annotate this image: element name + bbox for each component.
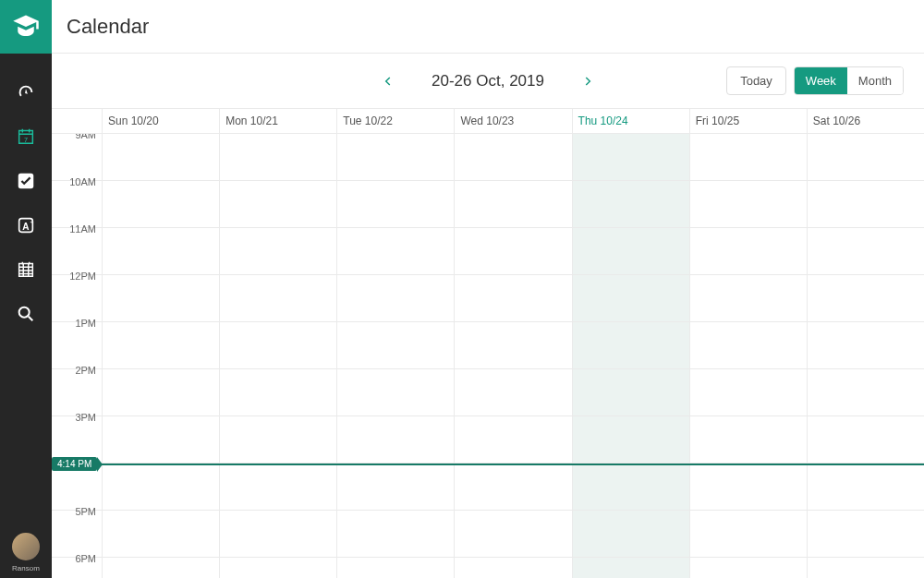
- calendar-cell[interactable]: [454, 181, 571, 227]
- calendar-cell[interactable]: [807, 181, 924, 227]
- calendar-cell[interactable]: [219, 558, 336, 578]
- nav-search[interactable]: [15, 303, 37, 325]
- calendar-cell[interactable]: [572, 558, 689, 578]
- calendar-cell[interactable]: [219, 275, 336, 321]
- calendar-cell[interactable]: [454, 416, 571, 463]
- calendar-cell[interactable]: [689, 464, 807, 510]
- calendar-body[interactable]: 9AM10AM11AM12PM1PM2PM3PM5PM6PM 4:14 PM: [52, 134, 924, 578]
- calendar-cell[interactable]: [336, 134, 454, 180]
- calendar-cell[interactable]: [219, 322, 336, 368]
- calendar-cell[interactable]: [572, 275, 689, 321]
- calendar-cell[interactable]: [572, 464, 689, 510]
- nav-tasks[interactable]: [15, 170, 37, 192]
- calendar-cell[interactable]: [454, 464, 571, 510]
- calendar-grid-icon: [16, 259, 36, 280]
- calendar-cell[interactable]: [454, 322, 571, 368]
- nav-calendar[interactable]: 7: [15, 126, 37, 148]
- calendar-cell[interactable]: [454, 511, 571, 557]
- calendar-cell[interactable]: [807, 511, 924, 557]
- calendar-cell[interactable]: [689, 416, 807, 463]
- hour-row: 9AM: [52, 134, 924, 181]
- calendar-cell[interactable]: [102, 369, 219, 415]
- avatar-name: Ransom: [12, 564, 40, 572]
- calendar-cell[interactable]: [807, 369, 924, 415]
- calendar-cell[interactable]: [572, 228, 689, 274]
- hour-label: 9AM: [52, 134, 102, 174]
- calendar-cell[interactable]: [219, 134, 336, 180]
- day-header-cell[interactable]: Mon 10/21: [219, 109, 336, 133]
- calendar-cell[interactable]: [807, 134, 924, 180]
- calendar-cell[interactable]: [454, 134, 571, 180]
- day-header-cell[interactable]: Fri 10/25: [689, 109, 807, 133]
- calendar-cell[interactable]: [336, 275, 454, 321]
- calendar-cell[interactable]: [689, 275, 807, 321]
- calendar-cell[interactable]: [689, 369, 807, 415]
- day-header-cell[interactable]: Sat 10/26: [807, 109, 924, 133]
- nav-dashboard[interactable]: [15, 81, 37, 103]
- day-header-cell[interactable]: Tue 10/22: [336, 109, 454, 133]
- calendar-cell[interactable]: [572, 134, 689, 180]
- calendar-cell[interactable]: [102, 558, 219, 578]
- calendar-cell[interactable]: [102, 416, 219, 463]
- calendar-cell[interactable]: [102, 228, 219, 274]
- calendar-cell[interactable]: [102, 464, 219, 510]
- calendar-cell[interactable]: [336, 416, 454, 463]
- calendar-cell[interactable]: [572, 511, 689, 557]
- calendar-cell[interactable]: [454, 558, 571, 578]
- calendar-cell[interactable]: [689, 134, 807, 180]
- calendar-cell[interactable]: [219, 416, 336, 463]
- calendar-cell[interactable]: [689, 322, 807, 368]
- prev-button[interactable]: [382, 75, 395, 88]
- hour-row: 5PM: [52, 511, 924, 558]
- calendar-cell[interactable]: [807, 416, 924, 463]
- calendar-cell[interactable]: [336, 464, 454, 510]
- calendar-cell[interactable]: [807, 275, 924, 321]
- week-button[interactable]: Week: [795, 67, 847, 94]
- calendar-cell[interactable]: [336, 369, 454, 415]
- calendar-cell[interactable]: [336, 322, 454, 368]
- calendar-cell[interactable]: [102, 134, 219, 180]
- day-header-cell[interactable]: Thu 10/24: [572, 109, 689, 133]
- app-logo[interactable]: [0, 0, 52, 54]
- calendar-cell[interactable]: [689, 511, 807, 557]
- calendar-cell[interactable]: [807, 464, 924, 510]
- calendar-cell[interactable]: [807, 558, 924, 578]
- calendar-cell[interactable]: [572, 181, 689, 227]
- calendar-cell[interactable]: [454, 369, 571, 415]
- calendar-cell[interactable]: [102, 511, 219, 557]
- calendar-cell[interactable]: [454, 228, 571, 274]
- day-header-cell[interactable]: Sun 10/20: [102, 109, 219, 133]
- calendar-cell[interactable]: [336, 181, 454, 227]
- calendar-cell[interactable]: [336, 558, 454, 578]
- calendar-cell[interactable]: [219, 511, 336, 557]
- day-header-cell[interactable]: Wed 10/23: [454, 109, 571, 133]
- calendar-cell[interactable]: [102, 181, 219, 227]
- calendar-cell[interactable]: [219, 369, 336, 415]
- day-header: Sun 10/20Mon 10/21Tue 10/22Wed 10/23Thu …: [52, 108, 924, 134]
- calendar-cell[interactable]: [336, 511, 454, 557]
- calendar-cell[interactable]: [689, 558, 807, 578]
- calendar-cell[interactable]: [336, 228, 454, 274]
- calendar-cell[interactable]: [572, 369, 689, 415]
- avatar[interactable]: [12, 533, 40, 560]
- nav-grades[interactable]: A+: [15, 214, 37, 236]
- calendar-cell[interactable]: [219, 228, 336, 274]
- calendar-cell[interactable]: [572, 416, 689, 463]
- calendar-cell[interactable]: [807, 322, 924, 368]
- calendar-cell[interactable]: [102, 322, 219, 368]
- calendar-cell[interactable]: [807, 228, 924, 274]
- month-button[interactable]: Month: [847, 67, 903, 94]
- date-range: 20-26 Oct, 2019: [432, 72, 544, 90]
- today-button[interactable]: Today: [726, 66, 786, 95]
- calendar-cell[interactable]: [689, 228, 807, 274]
- hour-row: 3PM: [52, 416, 924, 464]
- calendar-cell[interactable]: [572, 322, 689, 368]
- calendar-cell[interactable]: [454, 275, 571, 321]
- next-button[interactable]: [581, 75, 594, 88]
- calendar-cell[interactable]: [689, 181, 807, 227]
- search-icon: [16, 304, 36, 324]
- calendar-cell[interactable]: [219, 464, 336, 510]
- calendar-cell[interactable]: [102, 275, 219, 321]
- nav-schedule[interactable]: [15, 259, 37, 281]
- calendar-cell[interactable]: [219, 181, 336, 227]
